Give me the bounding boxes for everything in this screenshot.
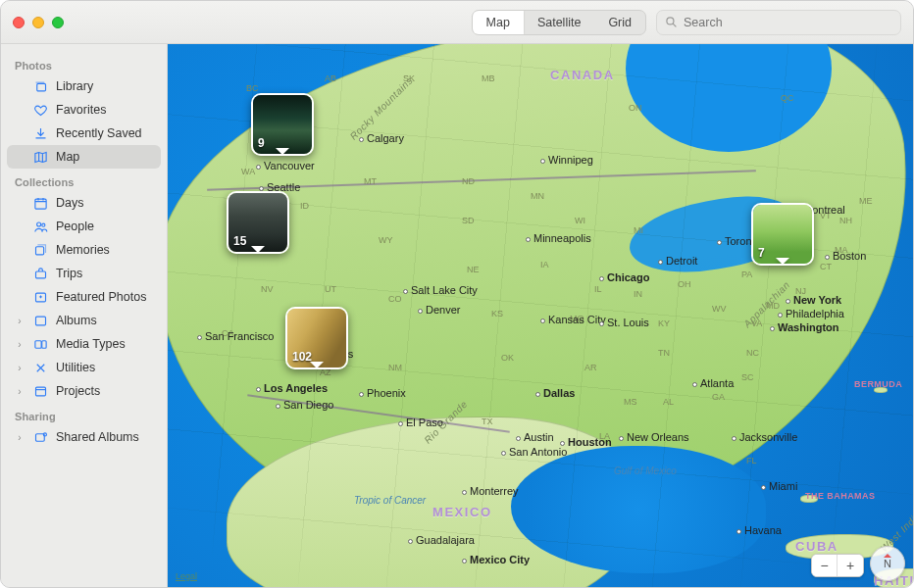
svg-point-4 <box>36 222 40 226</box>
svg-rect-12 <box>35 387 45 396</box>
city-label: Vancouver <box>256 160 315 172</box>
sidebar-item-featured[interactable]: Featured Photos <box>7 285 161 309</box>
city-label: St. Louis <box>599 317 649 328</box>
svg-rect-2 <box>36 83 45 91</box>
disclosure-chevron-icon[interactable]: › <box>15 432 25 443</box>
state-label: NH <box>839 216 852 225</box>
svg-line-1 <box>673 24 676 26</box>
state-label: FL <box>746 456 757 466</box>
photo-cluster[interactable]: 7 <box>751 203 814 266</box>
city-name: Vancouver <box>264 160 315 172</box>
utilities-icon <box>32 360 48 375</box>
disclosure-chevron-icon[interactable]: › <box>15 316 25 326</box>
city-dot-icon <box>786 299 790 304</box>
city-name: New Orleans <box>627 431 689 443</box>
minimize-window-button[interactable] <box>32 17 44 28</box>
photo-cluster[interactable]: 9 <box>251 93 314 156</box>
map-icon <box>32 149 48 165</box>
titlebar: MapSatelliteGrid <box>1 1 913 44</box>
cluster-pointer-icon <box>251 246 265 254</box>
map-legal-link[interactable]: Legal <box>176 571 197 581</box>
view-mode-segmented-control[interactable]: MapSatelliteGrid <box>472 10 646 35</box>
memories-icon <box>32 242 48 258</box>
sidebar-item-label: Favorites <box>56 103 153 117</box>
zoom-out-button[interactable]: − <box>812 555 838 576</box>
sidebar: PhotosLibraryFavoritesRecently SavedMapC… <box>1 44 168 587</box>
state-label: NV <box>261 284 274 294</box>
close-window-button[interactable] <box>13 17 25 28</box>
map-viewport[interactable]: CANADAMEXICOCUBAHAITIBERMUDATHE BAHAMASP… <box>168 44 913 587</box>
disclosure-chevron-icon[interactable]: › <box>15 386 25 397</box>
disclosure-chevron-icon[interactable]: › <box>15 339 25 350</box>
sidebar-item-days[interactable]: Days <box>7 191 161 215</box>
state-label: KY <box>658 318 670 328</box>
sidebar-item-library[interactable]: Library <box>7 74 161 98</box>
state-label: AB <box>325 74 336 83</box>
city-name: Houston <box>568 436 612 448</box>
state-label: OK <box>501 353 514 363</box>
zoom-in-button[interactable]: + <box>838 555 863 576</box>
sidebar-item-label: Map <box>56 150 153 164</box>
sidebar-section-label: Photos <box>7 52 161 74</box>
compass-button[interactable]: N <box>870 546 905 581</box>
city-label: Boston <box>825 250 866 262</box>
sidebar-item-trips[interactable]: Trips <box>7 262 161 285</box>
city-name: Miami <box>769 480 797 492</box>
city-label: Winnipeg <box>540 154 593 166</box>
sidebar-item-shared-albums[interactable]: ›Shared Albums <box>7 425 161 449</box>
city-dot-icon <box>692 382 697 387</box>
photo-cluster[interactable]: 102 <box>285 307 348 369</box>
state-label: WI <box>575 216 585 225</box>
state-label: MB <box>482 74 495 83</box>
sidebar-item-favorites[interactable]: Favorites <box>7 98 161 122</box>
state-label: TX <box>482 416 493 426</box>
search-field[interactable] <box>656 10 901 35</box>
zoom-controls: − + <box>811 554 864 577</box>
state-label: AL <box>663 397 674 407</box>
search-input[interactable] <box>684 16 892 29</box>
album-icon <box>32 313 48 328</box>
city-dot-icon <box>535 392 540 397</box>
state-label: WA <box>241 167 255 176</box>
city-dot-icon <box>359 392 364 397</box>
disclosure-chevron-icon[interactable]: › <box>15 363 25 373</box>
sidebar-item-media-types[interactable]: ›Media Types <box>7 332 161 356</box>
state-label: SC <box>741 372 754 382</box>
city-label: Los Angeles <box>256 382 328 394</box>
state-label: PA <box>741 270 752 279</box>
photo-cluster[interactable]: 15 <box>227 191 289 254</box>
island-label: BERMUDA <box>854 379 902 389</box>
photo-cluster-count: 7 <box>758 246 765 260</box>
city-dot-icon <box>736 529 741 534</box>
zoom-window-button[interactable] <box>52 17 64 28</box>
calendar-icon <box>32 195 48 211</box>
city-name: Detroit <box>666 255 697 267</box>
sidebar-item-recently-saved[interactable]: Recently Saved <box>7 122 161 145</box>
water-label: Tropic of Cancer <box>354 495 426 506</box>
view-mode-map[interactable]: Map <box>473 11 524 34</box>
sidebar-item-projects[interactable]: ›Projects <box>7 379 161 403</box>
sidebar-item-map[interactable]: Map <box>7 145 161 169</box>
country-label: MEXICO <box>432 505 492 519</box>
city-name: Jacksonville <box>739 431 797 443</box>
city-label: New Orleans <box>619 431 689 443</box>
sidebar-item-people[interactable]: People <box>7 215 161 238</box>
sidebar-item-utilities[interactable]: ›Utilities <box>7 356 161 379</box>
sidebar-item-albums[interactable]: ›Albums <box>7 309 161 332</box>
sidebar-section-label: Collections <box>7 169 161 191</box>
svg-rect-3 <box>34 199 45 209</box>
city-label: Dallas <box>535 387 575 399</box>
sidebar-item-label: Albums <box>56 314 153 327</box>
city-name: Chicago <box>607 271 649 283</box>
sidebar-item-memories[interactable]: Memories <box>7 238 161 262</box>
view-mode-satellite[interactable]: Satellite <box>524 11 594 34</box>
state-label: MS <box>624 397 637 407</box>
state-label: CT <box>820 262 832 271</box>
view-mode-grid[interactable]: Grid <box>594 11 645 34</box>
sidebar-item-label: Projects <box>56 384 153 398</box>
search-icon <box>665 16 678 28</box>
state-label: IL <box>594 284 602 294</box>
city-dot-icon <box>560 441 565 446</box>
city-name: Dallas <box>543 387 575 399</box>
city-label: New York <box>786 294 841 306</box>
